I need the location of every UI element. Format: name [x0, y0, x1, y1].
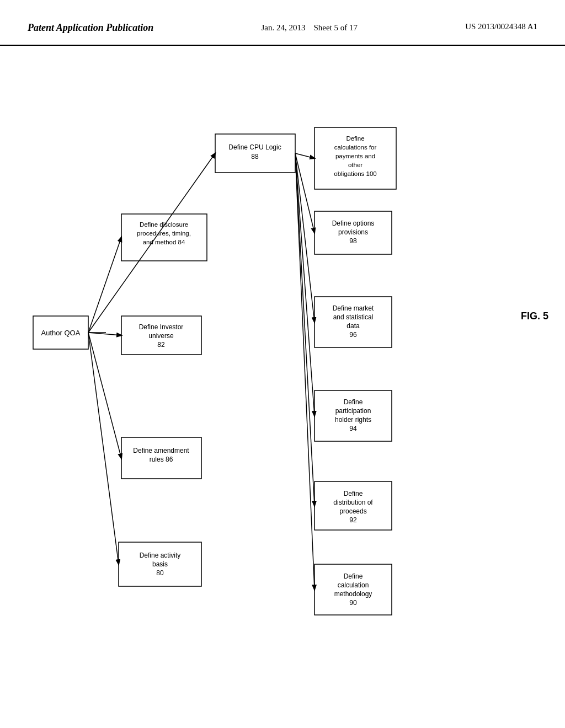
svg-text:80: 80 — [156, 569, 164, 577]
header-date: Jan. 24, 2013 — [261, 23, 305, 32]
box98-label: Define options — [332, 220, 375, 227]
svg-text:procedures, timing,: procedures, timing, — [137, 230, 191, 237]
flowchart-svg: Author QOA Define CPU Logic 88 Define di… — [0, 46, 565, 697]
author-qoa-label: Author QOA — [41, 329, 81, 337]
svg-text:98: 98 — [349, 237, 357, 245]
line-88-to-92 — [295, 153, 315, 506]
box92-label: Define — [344, 490, 363, 497]
svg-text:proceeds: proceeds — [339, 507, 366, 515]
svg-text:calculation: calculation — [338, 581, 369, 589]
svg-text:data: data — [347, 322, 360, 330]
fig-number: FIG. 5 — [521, 311, 548, 322]
line-to-80 — [88, 333, 119, 564]
svg-text:other: other — [348, 162, 363, 168]
svg-text:provisions: provisions — [338, 228, 368, 236]
fig-label-container: FIG. 5 — [521, 311, 548, 322]
svg-rect-33 — [315, 564, 392, 615]
line-to-86 — [88, 333, 121, 458]
svg-text:94: 94 — [349, 425, 357, 432]
svg-text:payments and: payments and — [335, 153, 375, 159]
patent-number: US 2013/0024348 A1 — [465, 22, 537, 31]
box86-label: Define amendment — [133, 447, 189, 454]
publication-title: Patent Application Publication — [28, 22, 153, 34]
svg-text:and method 84: and method 84 — [143, 239, 185, 245]
svg-text:96: 96 — [349, 331, 357, 339]
svg-text:rules  86: rules 86 — [150, 456, 173, 463]
svg-text:participation: participation — [335, 407, 371, 415]
box100-label: Define — [346, 135, 364, 142]
box84-label: Define disclosure — [140, 221, 188, 228]
box80-label: Define activity — [140, 552, 181, 559]
svg-text:90: 90 — [349, 599, 357, 607]
svg-text:calculations for: calculations for — [334, 144, 377, 151]
svg-text:holder rights: holder rights — [335, 416, 371, 424]
box82-label: Define Investor — [139, 323, 184, 331]
svg-text:and statistical: and statistical — [333, 313, 374, 321]
box90-label: Define — [344, 572, 363, 580]
box88-label: Define CPU Logic — [228, 143, 281, 151]
svg-text:92: 92 — [349, 516, 357, 524]
svg-text:universe: universe — [148, 332, 174, 340]
page-header: Patent Application Publication Jan. 24, … — [0, 0, 565, 46]
header-sheet: Sheet 5 of 17 — [313, 23, 358, 32]
box94-label: Define — [344, 398, 363, 406]
svg-text:obligations 100: obligations 100 — [334, 170, 376, 177]
diagram-area: Author QOA Define CPU Logic 88 Define di… — [0, 46, 565, 697]
svg-text:82: 82 — [157, 341, 165, 349]
svg-text:distribution of: distribution of — [333, 499, 373, 506]
line-88-to-100 — [295, 153, 315, 158]
svg-text:methodology: methodology — [334, 590, 372, 598]
line-88-to-96 — [295, 153, 315, 322]
svg-text:88: 88 — [251, 153, 259, 160]
line-to-84 — [88, 237, 121, 333]
svg-text:basis: basis — [152, 560, 168, 568]
header-date-sheet: Jan. 24, 2013 Sheet 5 of 17 — [261, 22, 358, 34]
box96-label: Define market — [333, 304, 374, 312]
